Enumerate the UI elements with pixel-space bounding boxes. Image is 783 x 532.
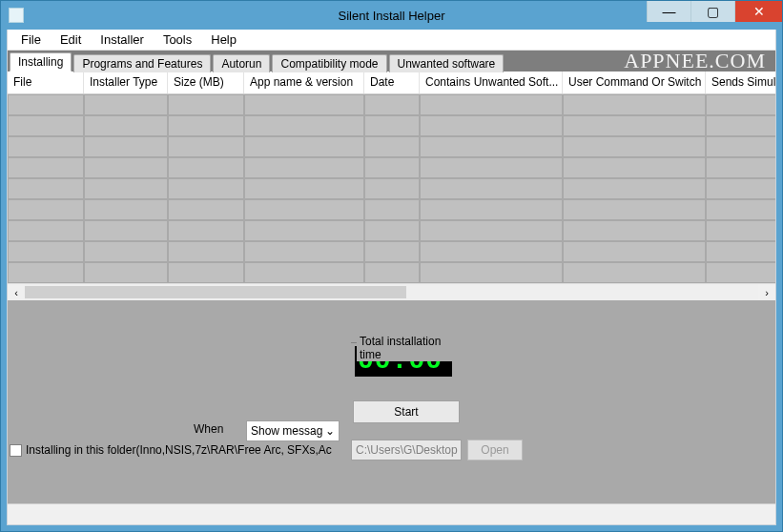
table-cell [421,116,562,135]
titlebar[interactable]: Silent Install Helper — ▢ ✕ [1,1,782,30]
horizontal-scrollbar[interactable]: ‹ › [8,283,775,300]
table-row[interactable] [8,115,775,136]
timer-group: Total installation time 00:00 [351,342,464,377]
table-cell [365,200,419,219]
table-cell [169,200,243,219]
menu-edit[interactable]: Edit [51,31,91,49]
table-cell [9,200,83,219]
table-cell [564,179,705,198]
client-area: File Edit Installer Tools Help Installin… [7,30,776,525]
table-cell [9,95,83,114]
table-cell [421,263,562,282]
table-row[interactable] [8,199,775,220]
table-cell [245,200,363,219]
table-cell [169,116,243,135]
menu-file[interactable]: File [11,31,51,49]
table-cell [421,221,562,240]
table-cell [365,221,419,240]
table-cell [169,263,243,282]
table-cell [169,95,243,114]
table-cell [707,116,775,135]
open-button[interactable]: Open [467,440,523,460]
table-cell [707,263,775,282]
table-cell [169,158,243,177]
scroll-thumb[interactable] [25,286,406,298]
table-cell [421,200,562,219]
close-button[interactable]: ✕ [734,1,782,22]
table-row[interactable] [8,94,775,115]
table-header: FileInstaller TypeSize (MB)App name & ve… [8,72,775,94]
table-row[interactable] [8,157,775,178]
table-cell [365,179,419,198]
statusbar [8,503,775,524]
table-cell [9,137,83,156]
column-header[interactable]: Installer Type [84,72,168,93]
table-cell [245,263,363,282]
table-cell [85,179,167,198]
install-folder-checkbox[interactable] [10,444,22,457]
menubar: File Edit Installer Tools Help [8,30,775,51]
table-cell [707,95,775,114]
scroll-track[interactable] [25,284,758,300]
table-row[interactable] [8,241,775,262]
tab-programs-features[interactable]: Programs and Features [73,54,211,72]
table-cell [365,158,419,177]
table-cell [564,200,705,219]
column-header[interactable]: File [8,72,84,93]
column-header[interactable]: User Command Or Switch [563,72,706,93]
column-header[interactable]: Contains Unwanted Soft... [420,72,563,93]
menu-installer[interactable]: Installer [91,31,154,49]
table-cell [85,221,167,240]
table-cell [85,158,167,177]
table-cell [564,137,705,156]
table-cell [85,242,167,261]
start-button[interactable]: Start [353,400,460,423]
table-cell [707,179,775,198]
when-select-value: Show messag [251,424,322,438]
table-cell [169,179,243,198]
scroll-left-arrow[interactable]: ‹ [8,284,25,300]
tab-installing[interactable]: Installing [10,52,72,72]
scroll-right-arrow[interactable]: › [758,284,775,300]
tabstrip: Installing Programs and Features Autorun… [8,51,775,72]
bottom-panel: Total installation time 00:00 Start When… [8,300,775,524]
column-header[interactable]: Sends Simula [706,72,775,93]
menu-help[interactable]: Help [201,31,246,49]
table-cell [421,158,562,177]
table-cell [707,158,775,177]
table-body[interactable] [8,94,775,283]
table-row[interactable] [8,178,775,199]
column-header[interactable]: Size (MB) [168,72,244,93]
table-cell [169,221,243,240]
column-header[interactable]: App name & version [244,72,364,93]
table-cell [365,95,419,114]
table-cell [85,137,167,156]
table-cell [169,242,243,261]
table-cell [421,137,562,156]
tab-unwanted[interactable]: Unwanted software [389,54,505,72]
menu-tools[interactable]: Tools [154,31,201,49]
when-label: When [194,422,223,436]
maximize-button[interactable]: ▢ [690,1,734,22]
table-cell [421,179,562,198]
minimize-button[interactable]: — [647,1,690,22]
when-select[interactable]: Show messag ⌄ [246,420,340,441]
table-cell [245,158,363,177]
tab-compatibility[interactable]: Compatibility mode [272,54,386,72]
table-row[interactable] [8,220,775,241]
window: Silent Install Helper — ▢ ✕ File Edit In… [0,0,783,532]
table-row[interactable] [8,262,775,283]
table-cell [85,263,167,282]
table-cell [564,158,705,177]
table-cell [169,137,243,156]
table-cell [707,221,775,240]
install-folder-row: Installing in this folder(Inno,NSIS,7z\R… [10,443,332,457]
table-cell [9,158,83,177]
table-cell [245,179,363,198]
path-input[interactable]: C:\Users\G\Desktop [351,440,462,460]
table-cell [707,137,775,156]
table-cell [85,116,167,135]
table-row[interactable] [8,136,775,157]
column-header[interactable]: Date [364,72,420,93]
tab-autorun[interactable]: Autorun [213,54,270,72]
